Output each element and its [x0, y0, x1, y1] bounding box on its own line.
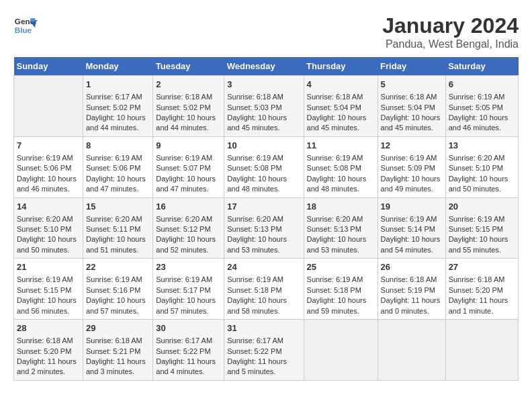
- day-number: 20: [449, 201, 515, 213]
- sunrise-text: Sunrise: 6:19 AM: [156, 154, 212, 162]
- sunrise-text: Sunrise: 6:19 AM: [449, 215, 505, 223]
- calendar-cell: 14Sunrise: 6:20 AMSunset: 5:10 PMDayligh…: [14, 197, 83, 259]
- logo: General Blue: [13, 13, 38, 38]
- calendar-cell: 5Sunrise: 6:18 AMSunset: 5:04 PMDaylight…: [378, 76, 445, 137]
- daylight-text: Daylight: 10 hours and 48 minutes.: [227, 175, 287, 193]
- day-number: 13: [449, 140, 515, 152]
- calendar-cell: 1Sunrise: 6:17 AMSunset: 5:02 PMDaylight…: [83, 76, 152, 137]
- daylight-text: Daylight: 10 hours and 45 minutes.: [307, 113, 367, 132]
- calendar-cell: 21Sunrise: 6:19 AMSunset: 5:15 PMDayligh…: [14, 259, 83, 320]
- sunrise-text: Sunrise: 6:20 AM: [156, 215, 212, 223]
- sunrise-text: Sunrise: 6:20 AM: [307, 215, 363, 223]
- day-number: 22: [86, 261, 150, 273]
- sunset-text: Sunset: 5:08 PM: [227, 164, 281, 172]
- sunrise-text: Sunrise: 6:18 AM: [17, 336, 73, 345]
- page-subtitle: Pandua, West Bengal, India: [382, 38, 519, 50]
- calendar-cell: [14, 76, 83, 137]
- sunrise-text: Sunrise: 6:18 AM: [156, 93, 212, 101]
- sunrise-text: Sunrise: 6:20 AM: [86, 215, 142, 223]
- daylight-text: Daylight: 10 hours and 58 minutes.: [227, 296, 287, 314]
- sunset-text: Sunset: 5:16 PM: [86, 286, 140, 294]
- day-number: 23: [156, 261, 221, 273]
- calendar-week-row: 7Sunrise: 6:19 AMSunset: 5:06 PMDaylight…: [14, 136, 519, 197]
- sunrise-text: Sunrise: 6:19 AM: [381, 154, 437, 162]
- calendar-cell: 26Sunrise: 6:18 AMSunset: 5:19 PMDayligh…: [378, 259, 445, 320]
- sunset-text: Sunset: 5:07 PM: [156, 164, 210, 172]
- sunrise-text: Sunrise: 6:19 AM: [17, 154, 73, 162]
- daylight-text: Daylight: 10 hours and 53 minutes.: [307, 235, 367, 253]
- calendar-cell: 3Sunrise: 6:18 AMSunset: 5:03 PMDaylight…: [224, 76, 304, 137]
- sunset-text: Sunset: 5:09 PM: [381, 164, 435, 172]
- calendar-cell: 16Sunrise: 6:20 AMSunset: 5:12 PMDayligh…: [153, 197, 224, 259]
- daylight-text: Daylight: 10 hours and 47 minutes.: [86, 175, 146, 193]
- sunset-text: Sunset: 5:17 PM: [156, 286, 210, 294]
- sunset-text: Sunset: 5:14 PM: [381, 225, 435, 233]
- daylight-text: Daylight: 11 hours and 3 minutes.: [86, 357, 146, 375]
- sunset-text: Sunset: 5:22 PM: [227, 347, 281, 355]
- calendar-cell: 30Sunrise: 6:17 AMSunset: 5:22 PMDayligh…: [153, 320, 224, 381]
- day-number: 21: [17, 261, 80, 273]
- daylight-text: Daylight: 10 hours and 54 minutes.: [381, 235, 441, 253]
- calendar-cell: 23Sunrise: 6:19 AMSunset: 5:17 PMDayligh…: [153, 259, 224, 320]
- day-number: 3: [227, 79, 300, 91]
- calendar-week-row: 1Sunrise: 6:17 AMSunset: 5:02 PMDaylight…: [14, 76, 519, 137]
- daylight-text: Daylight: 10 hours and 44 minutes.: [86, 113, 146, 132]
- sunset-text: Sunset: 5:13 PM: [227, 225, 281, 233]
- calendar-cell: 31Sunrise: 6:17 AMSunset: 5:22 PMDayligh…: [224, 320, 304, 381]
- day-number: 14: [17, 201, 80, 213]
- sunset-text: Sunset: 5:03 PM: [227, 103, 281, 111]
- svg-text:Blue: Blue: [15, 26, 32, 34]
- calendar-cell: 10Sunrise: 6:19 AMSunset: 5:08 PMDayligh…: [224, 136, 304, 197]
- calendar-cell: 27Sunrise: 6:18 AMSunset: 5:20 PMDayligh…: [445, 259, 518, 320]
- day-number: 7: [17, 140, 80, 152]
- daylight-text: Daylight: 11 hours and 0 minutes.: [381, 296, 441, 314]
- sunset-text: Sunset: 5:12 PM: [156, 225, 210, 233]
- day-number: 8: [86, 140, 150, 152]
- day-number: 26: [381, 261, 443, 273]
- sunrise-text: Sunrise: 6:18 AM: [86, 336, 142, 345]
- calendar-cell: 11Sunrise: 6:19 AMSunset: 5:08 PMDayligh…: [304, 136, 378, 197]
- calendar-week-row: 14Sunrise: 6:20 AMSunset: 5:10 PMDayligh…: [14, 197, 519, 259]
- calendar-cell: 12Sunrise: 6:19 AMSunset: 5:09 PMDayligh…: [378, 136, 445, 197]
- sunset-text: Sunset: 5:10 PM: [17, 225, 71, 233]
- sunrise-text: Sunrise: 6:19 AM: [156, 275, 212, 283]
- sunset-text: Sunset: 5:20 PM: [17, 347, 71, 355]
- calendar-cell: 22Sunrise: 6:19 AMSunset: 5:16 PMDayligh…: [83, 259, 152, 320]
- calendar-cell: 29Sunrise: 6:18 AMSunset: 5:21 PMDayligh…: [83, 320, 152, 381]
- sunrise-text: Sunrise: 6:20 AM: [449, 154, 505, 162]
- header-wednesday: Wednesday: [224, 57, 304, 76]
- sunset-text: Sunset: 5:04 PM: [381, 103, 435, 111]
- daylight-text: Daylight: 10 hours and 45 minutes.: [381, 113, 441, 132]
- sunrise-text: Sunrise: 6:19 AM: [227, 154, 283, 162]
- daylight-text: Daylight: 10 hours and 52 minutes.: [156, 235, 216, 253]
- day-number: 31: [227, 322, 300, 334]
- sunrise-text: Sunrise: 6:19 AM: [86, 154, 142, 162]
- daylight-text: Daylight: 10 hours and 56 minutes.: [17, 296, 77, 314]
- sunset-text: Sunset: 5:06 PM: [86, 164, 140, 172]
- daylight-text: Daylight: 10 hours and 46 minutes.: [17, 175, 77, 193]
- header-sunday: Sunday: [14, 57, 83, 76]
- sunset-text: Sunset: 5:13 PM: [307, 225, 361, 233]
- day-number: 24: [227, 261, 300, 273]
- sunset-text: Sunset: 5:21 PM: [86, 347, 140, 355]
- sunrise-text: Sunrise: 6:18 AM: [381, 93, 437, 101]
- calendar-week-row: 21Sunrise: 6:19 AMSunset: 5:15 PMDayligh…: [14, 259, 519, 320]
- sunset-text: Sunset: 5:11 PM: [86, 225, 140, 233]
- calendar-cell: 25Sunrise: 6:19 AMSunset: 5:18 PMDayligh…: [304, 259, 378, 320]
- sunset-text: Sunset: 5:10 PM: [449, 164, 503, 172]
- calendar-cell: 6Sunrise: 6:19 AMSunset: 5:05 PMDaylight…: [445, 76, 518, 137]
- sunrise-text: Sunrise: 6:19 AM: [227, 275, 283, 283]
- sunrise-text: Sunrise: 6:20 AM: [227, 215, 283, 223]
- daylight-text: Daylight: 10 hours and 57 minutes.: [86, 296, 146, 314]
- calendar-table: Sunday Monday Tuesday Wednesday Thursday…: [13, 57, 519, 381]
- sunset-text: Sunset: 5:02 PM: [86, 103, 140, 111]
- day-number: 18: [307, 201, 375, 213]
- sunset-text: Sunset: 5:05 PM: [449, 103, 503, 111]
- sunrise-text: Sunrise: 6:19 AM: [17, 275, 73, 283]
- calendar-cell: 24Sunrise: 6:19 AMSunset: 5:18 PMDayligh…: [224, 259, 304, 320]
- daylight-text: Daylight: 11 hours and 5 minutes.: [227, 357, 287, 375]
- sunrise-text: Sunrise: 6:20 AM: [17, 215, 73, 223]
- daylight-text: Daylight: 10 hours and 45 minutes.: [227, 113, 287, 132]
- sunset-text: Sunset: 5:08 PM: [307, 164, 361, 172]
- daylight-text: Daylight: 10 hours and 49 minutes.: [381, 175, 441, 193]
